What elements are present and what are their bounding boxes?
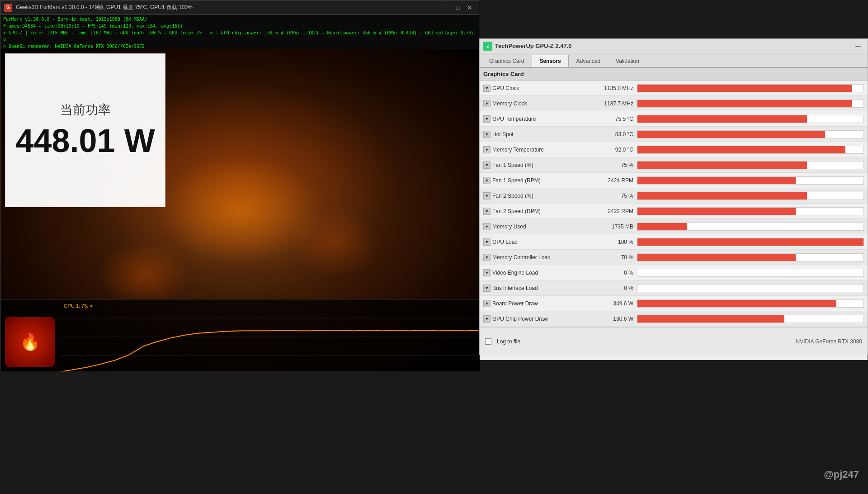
- sensor-dropdown[interactable]: ▼: [483, 254, 491, 261]
- gpuz-title: TechPowerUp GPU-Z 2.47.0: [495, 43, 852, 49]
- sensor-dropdown[interactable]: ▼: [483, 131, 491, 138]
- sensor-bar: [637, 208, 796, 215]
- gpuz-footer: Log to file NVIDIA GeForce RTX 3080: [480, 328, 868, 355]
- gpuz-titlebar: Z TechPowerUp GPU-Z 2.47.0 ─: [480, 39, 868, 53]
- sensor-name-text: Fan 2 Speed (%): [492, 193, 533, 199]
- furmark-canvas: 当前功率 448.01 W GPU 1: 75; ≈ 🔥: [0, 49, 480, 371]
- sensor-bar-container: [637, 253, 864, 261]
- sensor-bar-container: [637, 223, 864, 231]
- sensors-table: ▼GPU Clock1185.0 MHz▼Memory Clock1187.7 …: [480, 81, 868, 360]
- furmark-minimize-button[interactable]: ─: [441, 2, 452, 13]
- sensor-name: ▼GPU Clock: [483, 85, 583, 92]
- sensor-value: 100 %: [583, 239, 637, 245]
- sensor-bar-container: [637, 192, 864, 200]
- sensor-dropdown[interactable]: ▼: [483, 315, 491, 323]
- sensor-name: ▼Memory Used: [483, 223, 583, 230]
- furmark-titlebar: G Geeks3D FurMark v1.30.0.0 - 149帧, GPU1…: [0, 0, 479, 15]
- tab-validation[interactable]: Validation: [608, 55, 647, 67]
- sensor-dropdown[interactable]: ▼: [483, 223, 491, 230]
- sensor-value: 92.0 °C: [583, 147, 637, 153]
- sensor-name-text: GPU Chip Power Draw: [492, 316, 548, 322]
- log-to-file-checkbox[interactable]: [485, 338, 491, 345]
- sensor-row: ▼Fan 1 Speed (%)75 %: [480, 157, 868, 173]
- sensor-name: ▼Memory Clock: [483, 100, 583, 107]
- sensor-dropdown[interactable]: ▼: [483, 146, 491, 153]
- sensor-bar-container: [637, 100, 864, 108]
- sensor-name: ▼Fan 1 Speed (RPM): [483, 177, 583, 184]
- sensor-bar-container: [637, 299, 864, 308]
- sensor-bar: [637, 254, 796, 261]
- sensor-row: ▼Fan 2 Speed (%)75 %: [480, 188, 868, 204]
- info-line-4: > OpenGL renderer: NVIDIA GeForce RTX 30…: [3, 43, 476, 49]
- sensor-bar-container: [637, 176, 864, 185]
- sensor-value: 0 %: [583, 285, 637, 291]
- info-line-2: Frames:94534 - time:00:10:10 - FPS:149 (…: [3, 23, 476, 29]
- sensor-bar: [637, 223, 687, 230]
- sensor-name-text: Memory Temperature: [492, 147, 544, 153]
- sensor-row: ▼GPU Clock1185.0 MHz: [480, 81, 868, 96]
- sensor-dropdown[interactable]: ▼: [483, 85, 491, 92]
- sensor-value: 2424 RPM: [583, 177, 637, 184]
- sensor-dropdown[interactable]: ▼: [483, 177, 491, 184]
- furmark-logo: 🔥: [5, 317, 55, 367]
- sensor-name-text: GPU Temperature: [492, 116, 536, 122]
- sensor-dropdown[interactable]: ▼: [483, 100, 491, 107]
- info-line-3: > GPU-Z | core: 1215 MHz - mem: 1187 MHz…: [3, 29, 476, 43]
- tab-graphics-card[interactable]: Graphics Card: [481, 55, 532, 67]
- sensor-bar: [637, 146, 845, 153]
- sensor-row: ▼Fan 1 Speed (RPM)2424 RPM: [480, 173, 868, 188]
- sensor-bar: [637, 192, 807, 200]
- sensor-bar: [637, 85, 852, 92]
- sensor-dropdown[interactable]: ▼: [483, 269, 491, 276]
- sensor-name: ▼GPU Temperature: [483, 115, 583, 123]
- furmark-maximize-button[interactable]: □: [453, 2, 463, 13]
- sensor-value: 349.6 W: [583, 300, 637, 307]
- sensor-bar-container: [637, 130, 864, 138]
- sensor-value: 75 %: [583, 162, 637, 168]
- sensor-name: ▼GPU Chip Power Draw: [483, 315, 583, 323]
- furmark-close-button[interactable]: ✕: [464, 2, 475, 13]
- sensor-bar-container: [637, 115, 864, 123]
- sensor-value: 2422 RPM: [583, 208, 637, 214]
- sensor-bar-container: [637, 84, 864, 92]
- sensor-value: 75 %: [583, 193, 637, 199]
- sensor-dropdown[interactable]: ▼: [483, 162, 491, 169]
- sensor-row: ▼Video Engine Load0 %: [480, 265, 868, 280]
- sensor-bar-container: [637, 315, 864, 323]
- sensor-row: ▼Hot Spot83.0 °C: [480, 127, 868, 142]
- sensor-value: 130.6 W: [583, 316, 637, 322]
- gpuz-minimize-button[interactable]: ─: [852, 40, 864, 52]
- sensor-name: ▼Fan 2 Speed (%): [483, 192, 583, 200]
- sensor-dropdown[interactable]: ▼: [483, 285, 491, 292]
- sensor-name: ▼Memory Temperature: [483, 146, 583, 153]
- tab-sensors[interactable]: Sensors: [532, 55, 568, 67]
- sensor-value: 83.0 °C: [583, 131, 637, 138]
- tab-advanced[interactable]: Advanced: [569, 55, 608, 67]
- sensor-value: 0 %: [583, 270, 637, 276]
- sensor-bar: [637, 115, 807, 123]
- sensor-name: ▼Fan 1 Speed (%): [483, 162, 583, 169]
- sensor-dropdown[interactable]: ▼: [483, 115, 491, 123]
- sensor-name-text: Memory Clock: [492, 100, 527, 107]
- sensor-bar: [637, 315, 784, 323]
- sensor-row: ▼Memory Clock1187.7 MHz: [480, 96, 868, 111]
- sensor-row: ▼Memory Temperature92.0 °C: [480, 142, 868, 157]
- sensor-name-text: Hot Spot: [492, 131, 514, 138]
- sensor-dropdown[interactable]: ▼: [483, 192, 491, 200]
- info-line-1: FurMark v1.30.0.0 - Burn-in test, 1920x1…: [3, 16, 476, 23]
- sensor-name-text: Memory Used: [492, 223, 526, 230]
- sensor-name-text: Memory Controller Load: [492, 254, 551, 261]
- sensor-bar-container: [637, 161, 864, 169]
- sensor-bar: [637, 100, 852, 107]
- sensor-bar-container: [637, 207, 864, 215]
- sensor-value: 1185.0 MHz: [583, 85, 637, 91]
- power-label: 当前功率: [60, 101, 111, 119]
- sensor-bar: [637, 131, 825, 138]
- sensor-bar-container: [637, 238, 864, 246]
- furmark-info-bar: FurMark v1.30.0.0 - Burn-in test, 1920x1…: [0, 15, 479, 49]
- sensor-name: ▼Video Engine Load: [483, 269, 583, 276]
- sensor-dropdown[interactable]: ▼: [483, 238, 491, 246]
- sensor-dropdown[interactable]: ▼: [483, 208, 491, 215]
- sensor-name: ▼GPU Load: [483, 238, 583, 246]
- sensor-dropdown[interactable]: ▼: [483, 300, 491, 307]
